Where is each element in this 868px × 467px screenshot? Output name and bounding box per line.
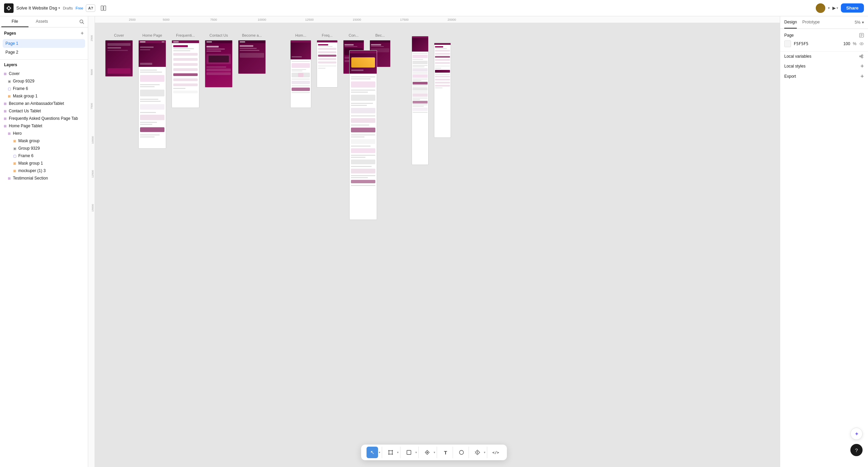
layers-list: ⊞ Cover ▣ Group 9329 ▢ Frame 6 ⊠ Mask gr…: [0, 70, 88, 467]
layer-become[interactable]: ⊞ Become an AmbassadorTablet: [0, 100, 88, 107]
frame-label-home-tablet: Hom...: [295, 33, 306, 37]
topbar-right: ▾ ▶ ▾ Share: [816, 3, 864, 13]
layer-group9329-1[interactable]: ▣ Group 9329: [0, 77, 88, 85]
prototype-tab[interactable]: Prototype: [802, 16, 820, 29]
frame-icon-hero: ▢: [12, 153, 17, 158]
local-variables-icon[interactable]: [859, 54, 864, 59]
page-item-1[interactable]: Page 1: [3, 39, 85, 48]
ruler-vertical: 2500 5000 7500 10000 12500 15000: [88, 16, 95, 467]
frame-chevron[interactable]: ▾: [397, 451, 399, 454]
svg-line-14: [861, 57, 862, 57]
layout-tool-btn[interactable]: [98, 3, 109, 14]
svg-rect-15: [389, 451, 392, 454]
page-section: Page F5F5F5 100 %: [780, 29, 868, 52]
component-tool-icon: [475, 450, 480, 455]
group-icon: ▣: [7, 79, 12, 83]
component-icon: ⊞: [3, 71, 7, 76]
layer-group9329-hero[interactable]: ▣ Group 9329: [0, 145, 88, 152]
layer-hero[interactable]: ⊞ Hero: [0, 130, 88, 137]
right-panel: Design Prototype 5% ▾ Page: [780, 16, 868, 467]
layer-testimonial[interactable]: ⊞ Testimonial Section: [0, 174, 88, 182]
add-page-btn[interactable]: +: [81, 30, 84, 36]
select-tool-btn[interactable]: ↖: [367, 447, 378, 458]
frame-label-faq: Frequenti...: [176, 33, 195, 37]
select-chevron[interactable]: ▾: [379, 451, 380, 454]
app-logo: [4, 3, 14, 13]
shape-tool-btn[interactable]: [403, 447, 415, 458]
code-tool-btn[interactable]: </>: [490, 447, 501, 458]
component-tool-btn[interactable]: [472, 447, 483, 458]
page-item-2[interactable]: Page 2: [3, 48, 85, 57]
layer-cover[interactable]: ⊞ Cover: [0, 70, 88, 77]
svg-point-9: [861, 43, 862, 44]
layers-section-header[interactable]: Layers: [0, 59, 88, 70]
frame-col-faq: Frequenti...: [172, 33, 199, 108]
shape-chevron[interactable]: ▾: [415, 451, 417, 454]
bg-color-value: F5F5F5: [794, 41, 837, 46]
text-tool-btn[interactable]: A?: [86, 4, 95, 12]
visibility-icon[interactable]: [859, 41, 864, 46]
layer-maskgroup1-1[interactable]: ⊠ Mask group 1: [0, 92, 88, 100]
canvas-content[interactable]: Cover Home Page: [95, 23, 780, 467]
frame-thumb-contact[interactable]: [205, 40, 233, 88]
svg-rect-0: [101, 6, 103, 11]
frame-tool-btn[interactable]: [385, 447, 396, 458]
svg-line-3: [83, 23, 84, 24]
shape-tool-group: ▾: [402, 447, 419, 458]
frame-thumb-faq-tablet[interactable]: [317, 40, 338, 88]
zoom-dropdown[interactable]: ▾: [862, 20, 864, 25]
ai-assist-btn[interactable]: ✦: [850, 428, 863, 440]
layer-mockuper[interactable]: ⊠ mockuper (1) 3: [0, 167, 88, 174]
pen-chevron[interactable]: ▾: [434, 451, 435, 454]
frame-thumb-faq[interactable]: [172, 40, 199, 108]
frame-thumb-homepage[interactable]: [138, 40, 166, 149]
play-btn[interactable]: ▶ ▾: [832, 5, 838, 11]
frame-thumb-home-mobile[interactable]: [412, 36, 429, 165]
layer-contactus[interactable]: ⊞ Contact Us Tablet: [0, 107, 88, 115]
layer-faq[interactable]: ⊞ Frequently Asked Questions Page Tab: [0, 115, 88, 122]
search-btn[interactable]: [77, 17, 86, 26]
design-tab[interactable]: Design: [784, 16, 797, 29]
component-chevron[interactable]: ▾: [484, 451, 486, 454]
bottom-toolbar: ↖ ▾ ▾ ▾: [361, 445, 507, 460]
layer-homepage-tablet[interactable]: ⊞ Home Page Tablet: [0, 122, 88, 130]
svg-point-10: [860, 56, 861, 57]
frame-col-mobile2: [434, 33, 451, 138]
frame-thumb-cover[interactable]: [105, 40, 133, 77]
share-button[interactable]: Share: [841, 3, 864, 13]
free-tag: Free: [76, 6, 83, 10]
file-tab[interactable]: File: [1, 16, 28, 27]
add-export-btn[interactable]: +: [860, 73, 864, 79]
text-tool-btn[interactable]: T: [440, 447, 451, 458]
frame-label-contact-tablet: Con...: [349, 33, 358, 37]
pages-section-header[interactable]: Pages +: [0, 27, 88, 39]
pen-tool-btn[interactable]: [421, 447, 433, 458]
layer-maskgroup1-hero[interactable]: ⊠ Mask group 1: [0, 160, 88, 167]
project-name-label[interactable]: Solve It Website Dsg ▾: [16, 5, 60, 11]
svg-line-13: [861, 56, 862, 56]
component-icon-4: ⊞: [3, 116, 7, 121]
svg-point-25: [427, 452, 428, 453]
layer-frame6-hero[interactable]: ▢ Frame 6: [0, 152, 88, 160]
help-btn[interactable]: ?: [850, 444, 863, 456]
frame-thumb-tall[interactable]: [349, 50, 377, 220]
code-tool-icon: </>: [492, 450, 499, 455]
assets-tab[interactable]: Assets: [28, 16, 56, 27]
layer-maskgroup-hero[interactable]: ⊠ Mask group: [0, 137, 88, 145]
frame-label-contact: Contact Us: [210, 33, 228, 37]
bg-color-swatch[interactable]: [784, 40, 791, 47]
svg-rect-1: [104, 6, 106, 11]
frame-thumb-home-tablet[interactable]: [290, 40, 311, 108]
avatar-dropdown[interactable]: ▾: [828, 6, 830, 10]
component-icon-3: ⊞: [3, 109, 7, 113]
ellipse-tool-btn[interactable]: [456, 447, 467, 458]
layer-frame6-1[interactable]: ▢ Frame 6: [0, 85, 88, 92]
frame-label-become: Become a...: [242, 33, 262, 37]
tall-home-frame: [349, 50, 377, 220]
page-settings-icon[interactable]: [859, 33, 864, 38]
frame-tool-group: ▾: [383, 447, 400, 458]
user-avatar[interactable]: [816, 3, 825, 13]
add-local-style-btn[interactable]: +: [860, 63, 864, 69]
frame-thumb-become[interactable]: [238, 40, 266, 74]
frame-thumb-mobile2[interactable]: [434, 43, 451, 138]
